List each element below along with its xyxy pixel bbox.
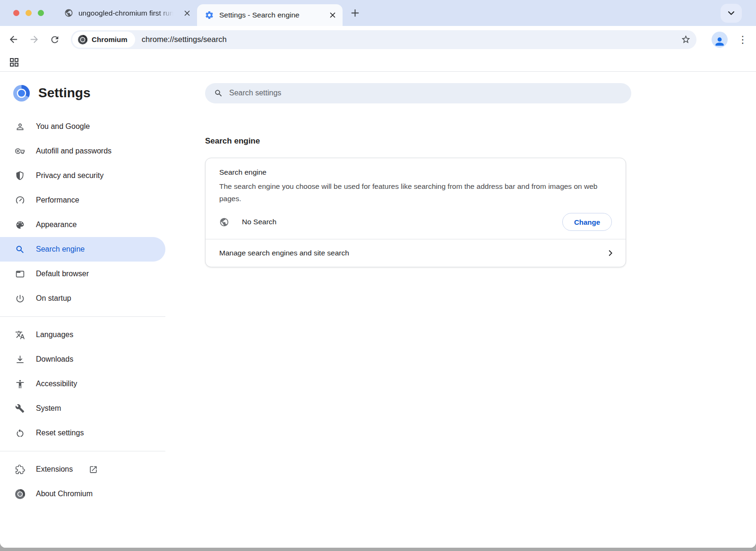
chevron-right-icon [605, 248, 615, 258]
back-arrow-icon [8, 34, 19, 45]
current-engine-name: No Search [242, 218, 276, 226]
chromium-logo-gray-icon [78, 35, 87, 44]
tab-search-button[interactable] [721, 4, 742, 23]
sidebar-divider [0, 451, 165, 451]
browser-window: ungoogled-chromium first run Settings - … [0, 0, 756, 548]
sidebar-item-performance[interactable]: Performance [0, 188, 165, 212]
browser-window-icon [14, 268, 26, 280]
address-bar[interactable]: Chromium [71, 30, 696, 49]
sidebar-item-label: Appearance [36, 220, 77, 229]
sidebar-item-on-startup[interactable]: On startup [0, 286, 165, 311]
apps-grid-icon [9, 57, 19, 68]
window-zoom-button[interactable] [38, 10, 44, 16]
bookmark-button[interactable] [678, 32, 694, 48]
sidebar-item-label: Search engine [36, 245, 85, 254]
settings-gear-favicon-icon [205, 10, 214, 20]
external-link-icon [89, 465, 98, 474]
sidebar-item-search-engine[interactable]: Search engine [0, 237, 165, 262]
reset-icon [14, 427, 26, 439]
apps-shortcut-button[interactable] [8, 56, 21, 69]
sidebar-item-extensions[interactable]: Extensions [0, 457, 165, 482]
window-minimize-button[interactable] [26, 10, 32, 16]
settings-sidebar: Settings You and Google Autofill and pas… [0, 72, 165, 548]
settings-search-row [205, 72, 756, 114]
card-description: The search engine you choose will be use… [219, 180, 603, 205]
back-button[interactable] [3, 29, 24, 50]
tab-strip: ungoogled-chromium first run Settings - … [0, 0, 756, 26]
sidebar-item-system[interactable]: System [0, 396, 165, 421]
shield-icon [14, 170, 26, 181]
sidebar-item-languages[interactable]: Languages [0, 322, 165, 347]
person-avatar-icon [713, 35, 726, 48]
sidebar-item-downloads[interactable]: Downloads [0, 347, 165, 372]
person-icon [14, 121, 26, 132]
sidebar-item-label: Downloads [36, 355, 73, 364]
browser-menu-button[interactable]: ⋮ [733, 30, 752, 49]
sidebar-item-label: Accessibility [36, 380, 77, 388]
window-controls [0, 10, 56, 16]
settings-search-input[interactable] [229, 89, 622, 97]
profile-avatar[interactable] [712, 32, 728, 48]
settings-header: Settings [0, 72, 165, 114]
page-title: Settings [38, 85, 90, 101]
sidebar-item-autofill[interactable]: Autofill and passwords [0, 139, 165, 163]
manage-row-label: Manage search engines and site search [219, 249, 349, 257]
sidebar-item-label: Default browser [36, 270, 89, 278]
new-tab-button[interactable] [346, 5, 363, 22]
sidebar-item-you-and-google[interactable]: You and Google [0, 114, 165, 139]
sidebar-item-label: Reset settings [36, 429, 84, 437]
sidebar-item-label: You and Google [36, 122, 90, 131]
card-title: Search engine [219, 168, 612, 177]
change-engine-button[interactable]: Change [562, 213, 612, 231]
globe-icon [219, 217, 229, 227]
tab-first-run[interactable]: ungoogled-chromium first run [56, 0, 197, 26]
search-icon [14, 244, 26, 255]
settings-main: Search engine Search engine The search e… [165, 72, 756, 548]
sidebar-item-label: System [36, 404, 61, 413]
accessibility-icon [14, 378, 26, 390]
tab-settings[interactable]: Settings - Search engine [197, 4, 343, 26]
forward-arrow-icon [29, 34, 40, 45]
key-icon [14, 145, 26, 157]
sidebar-item-about[interactable]: About Chromium [0, 482, 165, 506]
sidebar-item-label: Privacy and security [36, 171, 103, 180]
sidebar-item-label: On startup [36, 294, 71, 303]
kebab-icon: ⋮ [738, 34, 748, 45]
url-input[interactable] [142, 35, 678, 44]
star-icon [681, 34, 691, 44]
tab-title: ungoogled-chromium first run [78, 9, 175, 17]
bookmarks-bar [0, 53, 756, 72]
card-body: Search engine The search engine you choo… [206, 158, 626, 239]
palette-icon [14, 219, 26, 230]
site-info-chip[interactable]: Chromium [72, 32, 135, 48]
sidebar-item-label: Performance [36, 196, 79, 204]
tab-title: Settings - Search engine [219, 11, 321, 19]
search-engine-card: Search engine The search engine you choo… [205, 158, 626, 267]
sidebar-nav: You and Google Autofill and passwords Pr… [0, 114, 165, 506]
section-title: Search engine [205, 136, 756, 146]
sidebar-item-default-browser[interactable]: Default browser [0, 262, 165, 286]
current-engine-row: No Search Change [219, 213, 612, 239]
download-icon [14, 354, 26, 365]
sidebar-item-label: Autofill and passwords [36, 147, 112, 155]
sidebar-item-privacy[interactable]: Privacy and security [0, 163, 165, 188]
tab-close-icon[interactable] [180, 7, 193, 19]
tab-close-icon[interactable] [326, 9, 339, 22]
wrench-icon [14, 403, 26, 414]
globe-favicon-icon [64, 8, 73, 18]
reload-button[interactable] [44, 29, 65, 50]
sidebar-item-reset-settings[interactable]: Reset settings [0, 421, 165, 445]
window-close-button[interactable] [13, 10, 19, 16]
manage-search-engines-row[interactable]: Manage search engines and site search [206, 239, 626, 267]
sidebar-item-accessibility[interactable]: Accessibility [0, 372, 165, 396]
plus-icon [351, 9, 359, 17]
forward-button[interactable] [24, 29, 44, 50]
settings-page: Settings You and Google Autofill and pas… [0, 72, 756, 548]
site-chip-label: Chromium [92, 35, 128, 43]
settings-search-box[interactable] [205, 83, 631, 103]
puzzle-piece-icon [14, 464, 26, 475]
sidebar-item-label: Languages [36, 331, 73, 339]
sidebar-item-appearance[interactable]: Appearance [0, 212, 165, 237]
reload-icon [50, 34, 60, 45]
sidebar-item-label: Extensions [36, 465, 73, 474]
